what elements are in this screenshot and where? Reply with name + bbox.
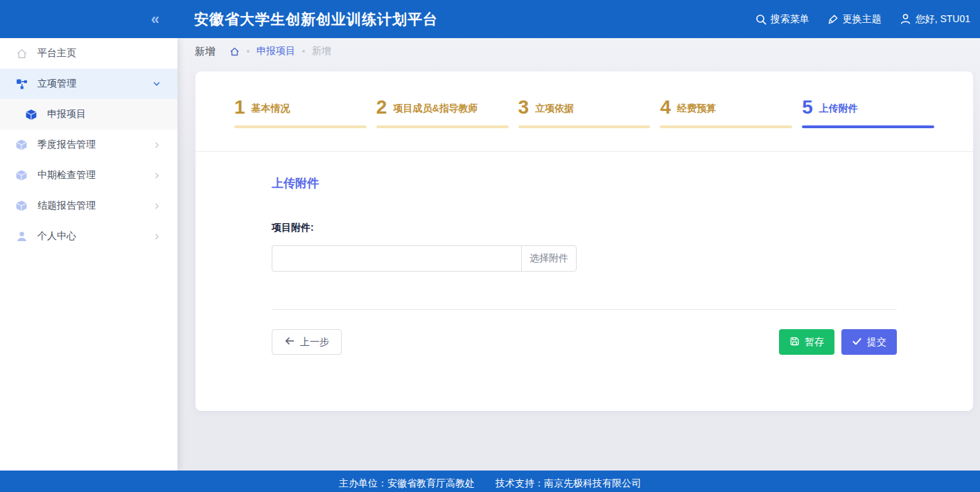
chevron-down-icon: [151, 78, 162, 89]
step-label: 立项依据: [535, 103, 574, 117]
previous-step-label: 上一步: [300, 336, 329, 349]
submit-label: 提交: [867, 336, 886, 349]
step-label: 上传附件: [819, 103, 858, 117]
breadcrumb-separator: [247, 50, 250, 53]
step-5-upload-attachments[interactable]: 5 上传附件: [802, 98, 934, 151]
attachment-filename-input[interactable]: [272, 245, 521, 272]
user-menu[interactable]: 您好, STU01: [900, 13, 970, 26]
wizard-card: 1 基本情况 2 项目成员&指导教师 3 立项依据: [195, 71, 973, 411]
attachment-input-group: 选择附件: [272, 245, 577, 272]
step-label: 经费预算: [677, 103, 716, 117]
save-floppy-icon: [789, 336, 800, 349]
step-label: 基本情况: [252, 103, 290, 117]
step-number: 3: [518, 98, 530, 117]
check-icon: [852, 336, 862, 349]
form-actions-divider: [272, 309, 897, 310]
search-icon: [755, 14, 767, 25]
step-number: 1: [234, 98, 245, 117]
chevron-right-icon: [151, 231, 162, 242]
step-progress-bar: [376, 125, 509, 128]
step-1-basic-info[interactable]: 1 基本情况: [234, 98, 367, 151]
step-progress-bar: [518, 125, 651, 128]
sidebar-item-label: 申报项目: [47, 108, 162, 121]
sidebar: 平台主页 立项管理 申报项目 季度报告管理 中期检查管理: [0, 38, 177, 471]
page-footer: 主办单位：安徽省教育厅高教处 技术支持：南京先极科技有限公司: [0, 471, 980, 492]
sidebar-header: «: [0, 0, 177, 38]
sidebar-item-project-management[interactable]: 立项管理: [0, 69, 177, 99]
sidebar-item-midterm-check[interactable]: 中期检查管理: [0, 160, 177, 191]
chevron-right-icon: [151, 170, 162, 181]
search-menu-button[interactable]: 搜索菜单: [755, 13, 810, 26]
footer-support: 技术支持：南京先极科技有限公司: [496, 477, 641, 490]
step-wizard: 1 基本情况 2 项目成员&指导教师 3 立项依据: [195, 71, 973, 151]
main-area: 新增 申报项目 新增 1 基本情况 2 项目成员&指导教师: [177, 38, 980, 471]
breadcrumb-separator: [302, 50, 305, 53]
change-theme-label: 更换主题: [843, 13, 882, 26]
sidebar-item-label: 个人中心: [37, 230, 151, 243]
sidebar-item-personal-center[interactable]: 个人中心: [0, 221, 177, 252]
step-number: 4: [660, 98, 671, 117]
step-number: 5: [802, 98, 813, 117]
sidebar-item-label: 立项管理: [37, 78, 151, 90]
person-icon: [15, 230, 28, 243]
change-theme-button[interactable]: 更换主题: [828, 13, 882, 26]
sidebar-item-platform-home[interactable]: 平台主页: [0, 38, 177, 69]
sidebar-collapse-icon[interactable]: «: [151, 12, 159, 27]
save-draft-button[interactable]: 暂存: [779, 329, 834, 355]
action-bar: 上一步 暂存 提交: [272, 329, 897, 355]
footer-organizer: 主办单位：安徽省教育厅高教处: [339, 477, 475, 490]
cube-icon: [15, 200, 28, 212]
step-3-project-basis[interactable]: 3 立项依据: [518, 98, 651, 151]
sidebar-item-final-report[interactable]: 结题报告管理: [0, 191, 177, 221]
sidebar-item-quarterly-report[interactable]: 季度报告管理: [0, 130, 177, 160]
top-header-bar: « 安徽省大学生创新创业训练计划平台 搜索菜单 更换主题 您好, STU01: [0, 0, 980, 38]
save-draft-label: 暂存: [805, 336, 824, 349]
section-title: 上传附件: [272, 175, 897, 191]
user-icon: [900, 13, 911, 25]
choose-attachment-button[interactable]: 选择附件: [521, 245, 577, 272]
step-progress-bar: [802, 125, 934, 128]
chevron-right-icon: [151, 139, 162, 150]
upload-form: 上传附件 项目附件: 选择附件 上一步 暂存: [195, 152, 973, 355]
arrow-left-icon: [284, 335, 295, 349]
breadcrumb-current: 新增: [312, 45, 331, 58]
step-progress-bar: [234, 125, 367, 128]
step-2-members-teachers[interactable]: 2 项目成员&指导教师: [376, 98, 509, 151]
step-number: 2: [376, 98, 387, 117]
app-title: 安徽省大学生创新创业训练计划平台: [194, 10, 438, 29]
submit-button[interactable]: 提交: [841, 329, 897, 355]
cube-icon: [15, 139, 28, 151]
breadcrumb-home-icon[interactable]: [229, 46, 240, 57]
cube-icon: [15, 169, 28, 182]
search-menu-label: 搜索菜单: [771, 13, 810, 26]
sidebar-item-label: 中期检查管理: [37, 169, 151, 182]
project-attachment-label: 项目附件:: [272, 222, 897, 234]
cube-icon: [25, 108, 37, 121]
header-actions: 搜索菜单 更换主题 您好, STU01: [755, 13, 980, 26]
sidebar-item-label: 平台主页: [37, 47, 162, 60]
chevron-right-icon: [151, 200, 162, 211]
previous-step-button[interactable]: 上一步: [272, 329, 342, 355]
step-label: 项目成员&指导教师: [393, 103, 478, 117]
breadcrumb-link-declare-project[interactable]: 申报项目: [256, 45, 295, 58]
step-progress-bar: [660, 125, 792, 128]
sidebar-item-declare-project[interactable]: 申报项目: [0, 99, 177, 130]
step-4-budget[interactable]: 4 经费预算: [660, 98, 792, 151]
sidebar-item-label: 结题报告管理: [37, 200, 151, 212]
page-title: 新增: [195, 45, 216, 58]
user-greeting-label: 您好, STU01: [916, 13, 970, 26]
home-icon: [15, 47, 28, 60]
theme-brush-icon: [828, 14, 839, 25]
breadcrumb: 新增 申报项目 新增: [177, 38, 980, 64]
sidebar-item-label: 季度报告管理: [37, 139, 151, 151]
sitemap-icon: [15, 78, 28, 90]
